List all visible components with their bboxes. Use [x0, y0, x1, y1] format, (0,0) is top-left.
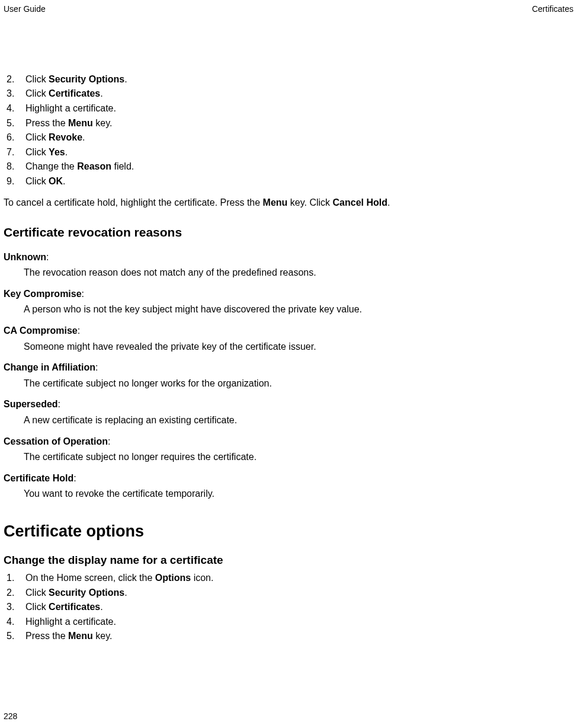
list-item: 8.Change the Reason field.	[4, 160, 573, 173]
header-right: Certificates	[532, 4, 573, 15]
reason-desc: A new certificate is replacing an existi…	[24, 414, 573, 427]
step-number: 9.	[7, 175, 25, 188]
revocation-reasons-list: Unknown: The revocation reason does not …	[4, 251, 573, 500]
reason-desc: The revocation reason does not match any…	[24, 266, 573, 279]
step-text: Press the Menu key.	[25, 630, 573, 643]
reason-term: Unknown:	[4, 251, 573, 264]
step-text: Click Revoke.	[25, 131, 573, 144]
list-item: 1.On the Home screen, click the Options …	[4, 571, 573, 585]
reason-desc: You want to revoke the certificate tempo…	[24, 487, 573, 500]
header-left: User Guide	[4, 4, 46, 15]
page-header: User Guide Certificates	[0, 4, 577, 15]
step-number: 5.	[7, 630, 25, 643]
cancel-hold-paragraph: To cancel a certificate hold, highlight …	[4, 196, 573, 209]
step-number: 4.	[7, 102, 25, 115]
reason-desc: Someone might have revealed the private …	[24, 340, 573, 353]
step-number: 3.	[7, 601, 25, 614]
list-item: 9.Click OK.	[4, 175, 573, 188]
step-text: Change the Reason field.	[25, 160, 573, 173]
step-text: Press the Menu key.	[25, 117, 573, 130]
step-number: 2.	[7, 73, 25, 86]
revoke-steps: 2.Click Security Options. 3.Click Certif…	[4, 73, 573, 188]
list-item: 4.Highlight a certificate.	[4, 615, 573, 628]
list-item: 2.Click Security Options.	[4, 586, 573, 599]
section-heading-certificate-options: Certificate options	[4, 521, 573, 542]
page: User Guide Certificates 2.Click Security…	[0, 0, 577, 728]
reason-desc: The certificate subject no longer requir…	[24, 451, 573, 464]
list-item: 4.Highlight a certificate.	[4, 102, 573, 115]
list-item: 5.Press the Menu key.	[4, 117, 573, 130]
step-number: 5.	[7, 117, 25, 130]
step-text: Click Security Options.	[25, 73, 573, 86]
step-text: Highlight a certificate.	[25, 102, 573, 115]
section-heading-revocation-reasons: Certificate revocation reasons	[4, 224, 573, 241]
step-number: 1.	[7, 571, 25, 585]
list-item: 3.Click Certificates.	[4, 601, 573, 614]
step-number: 7.	[7, 146, 25, 159]
reason-term: Certificate Hold:	[4, 472, 573, 485]
step-number: 8.	[7, 160, 25, 173]
step-text: Click Certificates.	[25, 601, 573, 614]
step-number: 4.	[7, 615, 25, 628]
step-text: Click Security Options.	[25, 586, 573, 599]
page-number: 228	[4, 711, 17, 722]
page-content: 2.Click Security Options. 3.Click Certif…	[0, 15, 577, 643]
reason-term: Superseded:	[4, 398, 573, 411]
step-number: 6.	[7, 131, 25, 144]
list-item: 5.Press the Menu key.	[4, 630, 573, 643]
reason-desc: A person who is not the key subject migh…	[24, 303, 573, 316]
step-number: 2.	[7, 586, 25, 599]
list-item: 3.Click Certificates.	[4, 87, 573, 100]
step-text: On the Home screen, click the Options ic…	[25, 571, 573, 585]
step-text: Highlight a certificate.	[25, 615, 573, 628]
reason-term: Key Compromise:	[4, 288, 573, 301]
list-item: 6.Click Revoke.	[4, 131, 573, 144]
step-text: Click Yes.	[25, 146, 573, 159]
step-text: Click OK.	[25, 175, 573, 188]
reason-term: CA Compromise:	[4, 324, 573, 337]
list-item: 7.Click Yes.	[4, 146, 573, 159]
reason-term: Cessation of Operation:	[4, 435, 573, 448]
step-text: Click Certificates.	[25, 87, 573, 100]
subsection-heading-display-name: Change the display name for a certificat…	[4, 553, 573, 568]
list-item: 2.Click Security Options.	[4, 73, 573, 86]
reason-term: Change in Affiliation:	[4, 361, 573, 374]
reason-desc: The certificate subject no longer works …	[24, 377, 573, 390]
display-name-steps: 1.On the Home screen, click the Options …	[4, 571, 573, 643]
step-number: 3.	[7, 87, 25, 100]
